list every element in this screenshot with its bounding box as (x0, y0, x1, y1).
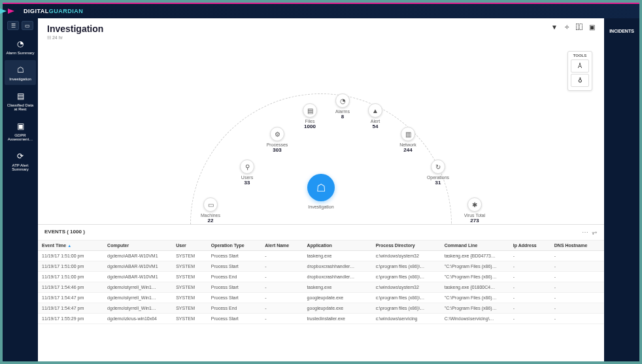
time-range[interactable]: ☷ 24 hr (47, 35, 103, 41)
table-cell: c:\program files (x86)\… (372, 272, 441, 282)
col-application[interactable]: Application (303, 240, 372, 251)
right-rail[interactable]: INCIDENTS (604, 18, 639, 361)
col-dns-hostname[interactable]: DNS Hostname (550, 240, 604, 251)
tools-panel: TOOLS Å ♁ (567, 51, 592, 91)
table-cell: - (550, 282, 604, 293)
refresh-icon[interactable]: ✧ (564, 24, 569, 31)
table-cell: Process Start (207, 251, 262, 261)
table-row[interactable]: 11/19/17 1:51:00 pmdgdemo\ABAR-W10VM1SYS… (38, 251, 604, 261)
table-cell: Process Start (207, 314, 262, 324)
sidebar-item-label: Alarm Summary (6, 51, 35, 55)
events-options[interactable]: ⋯ ⥅ (582, 229, 598, 236)
node-machines[interactable]: ▭Machines22 (191, 197, 230, 223)
node-icon: ✱ (467, 197, 482, 212)
table-cell: SYSTEM (172, 303, 207, 314)
col-computer[interactable]: Computer (103, 240, 172, 251)
tool-btn-2[interactable]: ♁ (571, 74, 589, 87)
col-user[interactable]: User (172, 240, 207, 251)
sidebar-item-classified-data-at-rest[interactable]: ▤Classified Data at Rest (5, 86, 36, 115)
col-event-time[interactable]: Event Time ▲ (38, 240, 103, 251)
filter-icon[interactable]: ▼ (551, 24, 558, 31)
investigation-icon: ☖ (316, 182, 326, 194)
node-alert[interactable]: ▲Alert54 (356, 103, 395, 129)
main-panel: Investigation ☷ 24 hr ▼ ✧ ⿲ ▣ TOOLS Å ♁ … (38, 18, 604, 361)
events-table: Event Time ▲ComputerUserOperation TypeAl… (38, 240, 604, 324)
node-icon: ▤ (303, 103, 317, 118)
brand-part2: GUARDIAN (49, 8, 84, 14)
node-label: Machines (191, 213, 230, 218)
node-value: 33 (228, 180, 267, 186)
node-virus-total[interactable]: ✱Virus Total273 (455, 197, 494, 223)
users-icon[interactable]: ⿲ (576, 24, 583, 31)
table-cell: dgdemo\styrrell_Win1… (103, 293, 172, 303)
node-value: 273 (455, 218, 494, 223)
col-alert-name[interactable]: Alert Name (261, 240, 303, 251)
center-label: Investigation (308, 205, 333, 209)
camera-icon[interactable]: ▣ (589, 24, 595, 31)
table-row[interactable]: 11/19/17 1:51:00 pmdgdemo\ABAR-W10VM1SYS… (38, 261, 604, 272)
table-row[interactable]: 11/19/17 1:51:00 pmdgdemo\ABAR-W10VM1SYS… (38, 272, 604, 282)
table-cell: dgdemo\ABAR-W10VM1 (103, 272, 172, 282)
node-network[interactable]: ▥Network244 (388, 127, 428, 153)
table-cell: SYSTEM (172, 261, 207, 272)
table-cell: Process Start (207, 293, 262, 303)
sidebar-view-icon[interactable]: ▭ (22, 21, 33, 30)
table-row[interactable]: 11/19/17 1:54:46 pmdgdemo\styrrell_Win1…… (38, 282, 604, 293)
table-row[interactable]: 11/19/17 1:55:29 pmdgdemo\zkrus-win10x64… (38, 314, 604, 324)
table-cell: SYSTEM (172, 272, 207, 282)
table-cell: - (261, 314, 303, 324)
table-cell: Process Start (207, 261, 262, 272)
sidebar-toggle-icon[interactable]: ☰ (7, 21, 19, 30)
table-cell: "C:\Program Files (x86)… (441, 293, 509, 303)
incidents-label: INCIDENTS (609, 29, 634, 361)
topbar: DIGITALGUARDIAN (3, 4, 639, 18)
table-cell: - (261, 272, 303, 282)
table-cell: - (550, 303, 604, 314)
table-cell: taskeng.exe (303, 282, 372, 293)
node-icon: ▲ (368, 103, 382, 118)
node-label: Network (388, 142, 428, 147)
table-row[interactable]: 11/19/17 1:54:47 pmdgdemo\styrrell_Win1…… (38, 293, 604, 303)
table-cell: c:\windows\system32 (372, 282, 441, 293)
sidebar-item-investigation[interactable]: ☖Investigation (5, 60, 36, 85)
node-processes[interactable]: ⚙Processes303 (258, 127, 297, 153)
col-process-directory[interactable]: Process Directory (372, 240, 441, 251)
sidebar-icon: ☖ (14, 64, 26, 76)
sidebar-item-alarm-summary[interactable]: ◔Alarm Summary (5, 34, 36, 59)
table-cell: taskeng.exe (303, 251, 372, 261)
sidebar-icon: ▣ (14, 120, 26, 132)
table-cell: - (509, 314, 550, 324)
table-cell: - (550, 293, 604, 303)
events-panel: EVENTS ( 1000 ) ⋯ ⥅ Event Time ▲Computer… (38, 224, 604, 361)
node-value: 244 (388, 147, 428, 153)
table-cell: googleupdate.exe (303, 303, 372, 314)
table-cell: taskeng.exe {BD04773… (441, 251, 509, 261)
sidebar-item-label: Investigation (6, 77, 35, 81)
table-cell: dgdemo\styrrell_Win1… (103, 282, 172, 293)
table-cell: C:\Windows\servicing\… (441, 314, 509, 324)
col-operation-type[interactable]: Operation Type (207, 240, 262, 251)
col-ip-address[interactable]: Ip Address (509, 240, 550, 251)
table-cell: Process End (207, 272, 262, 282)
col-command-line[interactable]: Command Line (441, 240, 509, 251)
events-opts-icons: ⋯ ⥅ (582, 229, 598, 236)
node-icon: ◔ (335, 93, 350, 108)
table-cell: - (261, 293, 303, 303)
node-label: Processes (258, 142, 297, 147)
table-cell: 11/19/17 1:51:00 pm (38, 251, 103, 261)
investigation-canvas: TOOLS Å ♁ ☖ Investigation ▭Machines22⚲Us… (38, 44, 604, 236)
sidebar-item-atp-alert-summary[interactable]: ⟳ATP Alert Summary (5, 146, 36, 175)
table-cell: - (509, 282, 550, 293)
table-cell: dgdemo\ABAR-W10VM1 (103, 251, 172, 261)
table-cell: - (550, 261, 604, 272)
table-cell: dgdemo\ABAR-W10VM1 (103, 261, 172, 272)
node-users[interactable]: ⚲Users33 (228, 159, 267, 186)
table-row[interactable]: 11/19/17 1:54:47 pmdgdemo\styrrell_Win1…… (38, 303, 604, 314)
table-cell: 11/19/17 1:54:47 pm (38, 303, 103, 314)
tool-btn-1[interactable]: Å (571, 59, 589, 73)
node-label: Virus Total (455, 213, 494, 218)
center-node[interactable]: ☖ (307, 174, 335, 201)
sidebar-item-gdpr-assessment-[interactable]: ▣GDPR Assessment… (5, 116, 36, 145)
table-cell: c:\windows\system32 (372, 251, 441, 261)
node-operations[interactable]: ↻Operations31 (418, 159, 458, 186)
